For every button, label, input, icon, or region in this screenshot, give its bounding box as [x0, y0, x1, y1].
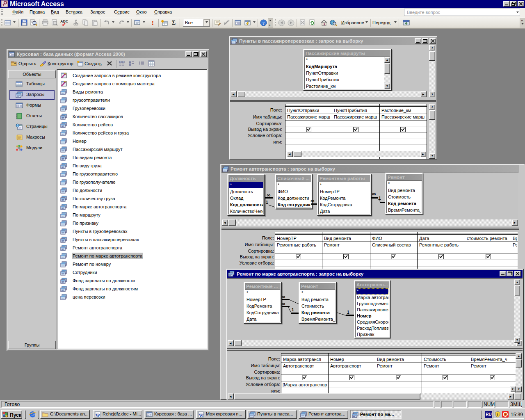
svg-text:Σ: Σ [172, 20, 176, 26]
svg-text:∞: ∞ [281, 294, 285, 300]
svg-text:W: W [199, 413, 203, 418]
svg-text:1: 1 [266, 200, 268, 205]
svg-text:?: ? [262, 21, 265, 25]
svg-text:∞: ∞ [281, 301, 285, 307]
svg-text:∞: ∞ [372, 191, 376, 197]
svg-text:!: ! [152, 20, 154, 26]
svg-text:1: 1 [347, 310, 349, 315]
svg-text:∞: ∞ [310, 198, 314, 204]
svg-text:∞: ∞ [267, 192, 270, 198]
svg-text:!: ! [497, 413, 498, 417]
svg-text:1: 1 [292, 308, 294, 312]
svg-text:ABC: ABC [60, 19, 68, 23]
svg-text:W: W [96, 413, 100, 418]
